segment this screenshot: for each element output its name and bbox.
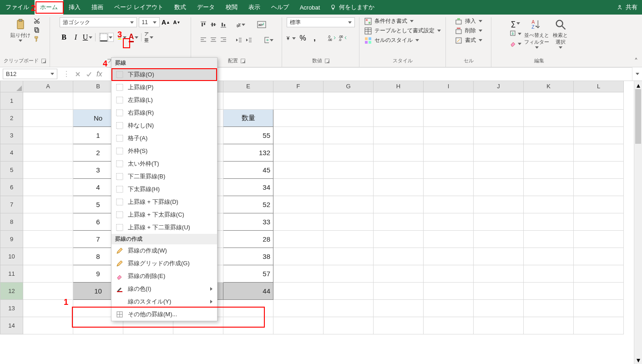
cell-K11[interactable]: [524, 265, 574, 282]
cell-F6[interactable]: [273, 178, 324, 196]
cell-I5[interactable]: [424, 161, 474, 178]
column-header-E[interactable]: E: [223, 81, 273, 92]
select-all-corner[interactable]: [0, 81, 23, 92]
increase-font-icon[interactable]: A▲: [162, 18, 171, 27]
cell-E10[interactable]: 38: [223, 248, 273, 265]
row-header-4[interactable]: 4: [0, 144, 23, 161]
align-left-icon[interactable]: [200, 36, 207, 44]
row-header-7[interactable]: 7: [0, 196, 23, 213]
cell-G8[interactable]: [324, 213, 374, 230]
name-box[interactable]: B12: [3, 69, 57, 79]
cell-A14[interactable]: [23, 317, 73, 334]
cell-K5[interactable]: [524, 161, 574, 178]
column-header-F[interactable]: F: [273, 81, 324, 92]
border-menu-item-4[interactable]: 枠なし(N): [111, 119, 217, 132]
borders-split-button[interactable]: [98, 32, 115, 43]
border-menu-item-5[interactable]: 格子(A): [111, 132, 217, 145]
comma-button[interactable]: ,: [310, 34, 319, 43]
tab-insert[interactable]: 挿入: [63, 0, 86, 15]
cell-K1[interactable]: [524, 92, 574, 109]
row-header-14[interactable]: 14: [0, 317, 23, 334]
cell-J11[interactable]: [474, 265, 524, 282]
number-dialog-launch[interactable]: [325, 59, 329, 63]
cell-L5[interactable]: [574, 161, 624, 178]
clipboard-dialog-launch[interactable]: [41, 59, 46, 63]
cell-styles-button[interactable]: セルのスタイル: [364, 36, 441, 44]
cell-K14[interactable]: [524, 317, 574, 334]
row-header-13[interactable]: 13: [0, 299, 23, 317]
cell-E9[interactable]: 28: [223, 230, 273, 248]
column-header-A[interactable]: A: [23, 81, 73, 92]
row-header-2[interactable]: 2: [0, 109, 23, 126]
row-header-9[interactable]: 9: [0, 230, 23, 248]
cell-H12[interactable]: [374, 282, 424, 299]
cell-J12[interactable]: [474, 282, 524, 299]
cell-F11[interactable]: [273, 265, 324, 282]
cell-G9[interactable]: [324, 230, 374, 248]
cell-H2[interactable]: [374, 109, 424, 126]
column-header-J[interactable]: J: [474, 81, 524, 92]
cell-K10[interactable]: [524, 248, 574, 265]
scroll-down-icon[interactable]: ▾: [634, 356, 642, 364]
column-header-H[interactable]: H: [374, 81, 424, 92]
format-painter-icon[interactable]: [33, 35, 40, 43]
border-menu-draw-item-4[interactable]: 線のスタイル(Y): [111, 295, 217, 308]
format-cells-button[interactable]: 書式: [455, 36, 482, 44]
cell-F5[interactable]: [273, 161, 324, 178]
cell-G7[interactable]: [324, 196, 374, 213]
cell-A5[interactable]: [23, 161, 73, 178]
cell-F8[interactable]: [273, 213, 324, 230]
border-menu-draw-item-5[interactable]: その他の罫線(M)...: [111, 308, 217, 321]
align-bottom-icon[interactable]: [220, 21, 227, 28]
row-header-10[interactable]: 10: [0, 248, 23, 265]
cell-K8[interactable]: [524, 213, 574, 230]
cell-G5[interactable]: [324, 161, 374, 178]
cell-A3[interactable]: [23, 126, 73, 144]
row-header-8[interactable]: 8: [0, 213, 23, 230]
row-header-3[interactable]: 3: [0, 126, 23, 144]
font-size-select[interactable]: 11: [139, 17, 160, 27]
cell-K9[interactable]: [524, 230, 574, 248]
accounting-format-button[interactable]: ¥: [287, 34, 296, 43]
tab-formulas[interactable]: 数式: [169, 0, 192, 15]
tab-review[interactable]: 校閲: [220, 0, 243, 15]
underline-button[interactable]: U: [83, 33, 92, 42]
align-middle-icon[interactable]: [210, 21, 217, 28]
cell-H9[interactable]: [374, 230, 424, 248]
cell-H8[interactable]: [374, 213, 424, 230]
cell-E1[interactable]: [223, 92, 273, 109]
row-header-12[interactable]: 12: [0, 282, 23, 299]
increase-decimal-icon[interactable]: .0.00: [328, 35, 336, 41]
cell-F1[interactable]: [273, 92, 324, 109]
merge-cells-button[interactable]: [264, 35, 273, 45]
border-menu-item-8[interactable]: 下二重罫線(B): [111, 170, 217, 183]
align-center-icon[interactable]: [210, 36, 217, 44]
cell-K12[interactable]: [524, 282, 574, 299]
border-menu-item-3[interactable]: 右罫線(R): [111, 106, 217, 119]
border-menu-item-12[interactable]: 上罫線 + 下二重罫線(U): [111, 221, 217, 234]
worksheet-grid[interactable]: ABCDEFGHIJKL12No数量3155421325345643475528…: [0, 81, 642, 334]
percent-button[interactable]: %: [298, 34, 308, 43]
cell-H14[interactable]: [374, 317, 424, 334]
copy-icon[interactable]: [33, 26, 40, 34]
border-menu-item-11[interactable]: 上罫線 + 下太罫線(C): [111, 208, 217, 221]
column-header-L[interactable]: L: [574, 81, 624, 92]
column-header-G[interactable]: G: [324, 81, 374, 92]
cell-J4[interactable]: [474, 144, 524, 161]
paste-button[interactable]: 貼り付け: [10, 17, 31, 43]
cell-I11[interactable]: [424, 265, 474, 282]
cell-F4[interactable]: [273, 144, 324, 161]
cell-G13[interactable]: [324, 299, 374, 317]
border-menu-item-10[interactable]: 上罫線 + 下罫線(D): [111, 196, 217, 208]
cell-G14[interactable]: [324, 317, 374, 334]
cell-F9[interactable]: [273, 230, 324, 248]
font-color-button[interactable]: A: [129, 33, 138, 42]
cell-K7[interactable]: [524, 196, 574, 213]
wrap-text-icon[interactable]: ab: [257, 21, 266, 28]
bold-button[interactable]: B: [60, 33, 69, 42]
cell-L12[interactable]: [574, 282, 624, 299]
border-menu-draw-item-0[interactable]: 罫線の作成(W): [111, 244, 217, 257]
clear-button[interactable]: [510, 40, 521, 47]
cell-J5[interactable]: [474, 161, 524, 178]
cell-L2[interactable]: [574, 109, 624, 126]
